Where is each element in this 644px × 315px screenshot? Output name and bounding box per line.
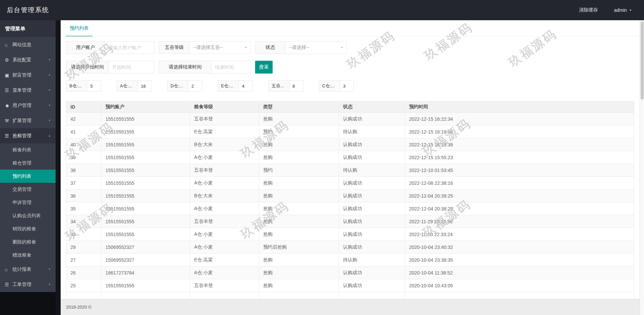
cell-time: 2022-12-10 01:53:45 [405,164,634,177]
cell-time: 2022-11-20 22:33:24 [405,228,634,241]
cell-grade: A仓:小麦 [190,266,259,279]
column-header-4: 状态 [339,102,405,113]
scrollbar-thumb[interactable] [641,21,644,99]
warehouse-stat-box-1: A仓:...16 [117,80,152,92]
cell-type: 抢购 [259,113,339,125]
account-input[interactable] [105,41,154,54]
user-menu[interactable]: admin ▼ [614,7,632,13]
cell-time: 2020-10-04 23:40:32 [405,241,634,254]
cell-account: 15515551555 [101,138,190,151]
menu-icon: ☰ [5,282,12,287]
cell-grade: A仓:小麦 [190,241,259,254]
username: admin [614,7,627,13]
sidebar-item-statistics-report[interactable]: ⌂统计报表▼ [0,262,56,277]
tab-reservation-list[interactable]: 预约列表 [66,20,93,36]
cell-account: 15069552327 [101,254,190,266]
sidebar-item-menu-management[interactable]: ☰菜单管理▼ [0,83,56,98]
start-time-label: 请选择开始时间 [66,61,109,74]
table-row: 2618617273784A仓:小麦抢购认购成功2020-10-04 11:38… [66,266,634,279]
grade-label: 五谷等级 [159,41,190,54]
cell-empty [405,292,634,299]
table-row-empty [66,292,634,299]
status-select[interactable]: --请选择-- ▼ [285,41,347,54]
menu-item-label: 系统配置 [12,57,31,63]
table-row: 3815515551555五谷丰登预约待认购2022-12-10 01:53:4… [66,164,634,177]
cell-type: 抢购 [259,279,339,292]
cell-type: 预约 [259,125,339,138]
sidebar-item-user-management[interactable]: ☻用户管理▼ [0,98,56,113]
sidebar-item-work-order-management[interactable]: ☰工单管理▼ [0,277,56,292]
home-icon: ⌂ [5,42,12,48]
stat-label: A仓:... [117,81,138,91]
cell-status: 认购成功 [339,241,405,254]
cell-empty [66,292,101,299]
sidebar-subitem-subscribe-member-list[interactable]: 认购会员列表 [0,209,56,222]
sidebar-subitem-deleted-grain[interactable]: 删除的粮食 [0,235,56,249]
stat-label: D仓:... [167,81,188,91]
cell-type: 抢购 [259,215,339,228]
end-time-label: 请选择结束时间 [159,61,212,74]
grade-select[interactable]: --请选择五谷-- ▼ [190,41,251,54]
sidebar-subitem-gift-grain[interactable]: 赠送粮食 [0,249,56,262]
menu-item-label: 申诉管理 [12,200,31,205]
sidebar-item-site-info[interactable]: ⌂网站信息 [0,37,56,52]
sidebar-item-system-config[interactable]: ⚙系统配置▼ [0,52,56,67]
cell-id: 35 [66,202,101,215]
cell-account: 15069552327 [101,241,190,254]
sidebar: 管理菜单 ⌂网站信息⚙系统配置▼▣财富管理▼☰菜单管理▼☻用户管理▼⚒扩展管理▼… [0,20,56,315]
page-scrollbar[interactable] [640,20,644,315]
sidebar-subitem-appeal-management[interactable]: 申诉管理 [0,196,56,209]
start-time-input[interactable] [109,61,154,74]
menu-item-label: 认购会员列表 [12,213,41,218]
stat-value: 4 [239,81,252,91]
cell-time: 2022-12-08 22:38:16 [405,177,634,190]
sidebar-subitem-destroyed-grain[interactable]: 销毁的粮食 [0,222,56,235]
topbar-right: 清除缓存 admin ▼ [579,7,637,13]
table-row: 3515515551555A仓:小麦抢购认购成功2022-12-04 20:38… [66,202,634,215]
warehouse-stat-box-0: B仓:...5 [66,80,101,92]
content-column: 预约列表 用户账户 五谷等级 --请选择五谷-- ▼ [61,20,640,315]
sidebar-item-grain-rush-management[interactable]: ☰抢粮管理▲ [0,128,56,143]
menu-item-label: 交易管理 [12,187,31,192]
admin-page: { "topbar": { "title": "后台管理系统", "clear_… [0,0,644,315]
warehouse-stat-box-4: 五谷...8 [268,80,303,92]
home-icon: ⌂ [5,267,12,272]
topbar: 后台管理系统 清除缓存 admin ▼ [0,0,644,20]
cell-id: 27 [66,254,101,266]
sidebar-item-wealth-management[interactable]: ▣财富管理▼ [0,67,56,83]
cell-time: 2022-12-15 16:22:34 [405,113,634,125]
cell-grade: 五谷丰登 [190,164,259,177]
cell-account: 15515551555 [101,215,190,228]
warehouse-stats-row: B仓:...5A仓:...16D仓:...2E仓:...4五谷...8C仓:..… [61,80,640,92]
cell-id: 42 [66,113,101,125]
cell-time: 2020-10-04 23:38:35 [405,254,634,266]
main-area: 预约列表 用户账户 五谷等级 --请选择五谷-- ▼ [56,20,644,315]
clear-cache-button[interactable]: 清除缓存 [579,7,598,13]
chevron-down-icon: ▼ [340,46,343,49]
cell-status: 认购成功 [339,279,405,292]
cell-time: 2022-12-15 15:55:23 [405,151,634,164]
cell-time: 2022-11-29 23:22:58 [405,215,634,228]
stat-value: 3 [340,81,354,91]
cell-type: 抢购 [259,228,339,241]
cell-account: 15515551555 [101,113,190,125]
cell-id: 33 [66,228,101,241]
cell-status: 认购成功 [339,215,405,228]
sidebar-subitem-trade-management[interactable]: 交易管理 [0,183,56,196]
stat-value: 8 [289,81,303,91]
cell-grade: A仓:小麦 [190,151,259,164]
sidebar-subitem-grain-list[interactable]: 粮食列表 [0,143,56,156]
status-filter-group: 状态 --请选择-- ▼ [255,41,347,54]
end-time-input[interactable] [212,61,251,74]
sidebar-subitem-reservation-list[interactable]: 预约列表 [0,170,56,183]
menu-item-label: 统计报表 [12,266,31,273]
menu-item-label: 菜单管理 [12,87,31,93]
sidebar-item-extension-management[interactable]: ⚒扩展管理▼ [0,113,56,128]
search-button[interactable]: 搜索 [255,61,273,74]
sidebar-subitem-warehouse-management[interactable]: 粮仓管理 [0,156,56,170]
table-row: 2715069552327E仓:高粱抢购待认购2020-10-04 23:38:… [66,254,634,266]
menu-item-label: 扩展管理 [12,118,31,124]
cell-type: 抢购 [259,266,339,279]
cell-type: 抢购 [259,190,339,202]
menu-item-label: 删除的粮食 [12,239,36,245]
